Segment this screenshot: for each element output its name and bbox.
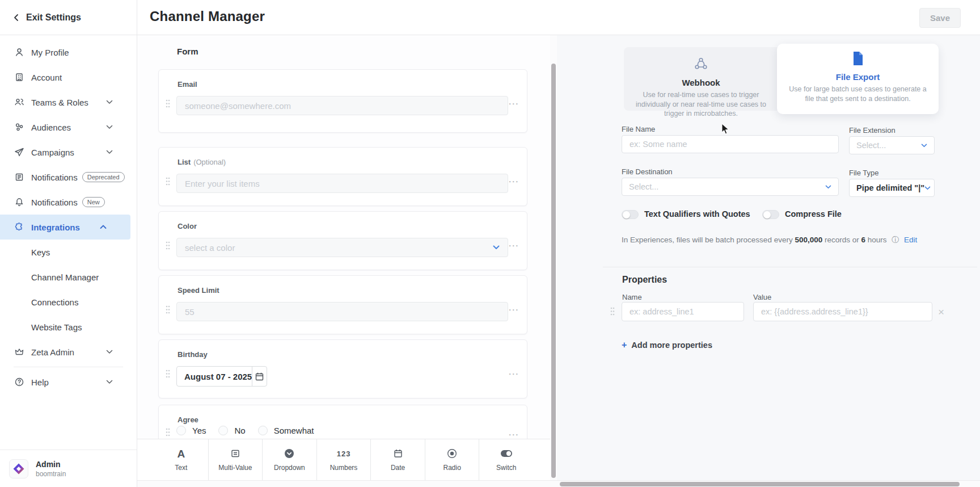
form-builder-column: Form Email ⋯ List(Optional) ⋯ bbox=[137, 35, 550, 480]
sidebar-item-notifications-deprecated[interactable]: Notifications Deprecated bbox=[0, 165, 137, 190]
compress-file-toggle[interactable] bbox=[762, 210, 779, 219]
field-options-button[interactable]: ⋯ bbox=[508, 240, 520, 251]
calendar-icon bbox=[255, 372, 264, 381]
property-name-label: Name bbox=[622, 293, 642, 301]
crown-icon bbox=[14, 347, 24, 358]
field-options-button[interactable]: ⋯ bbox=[508, 368, 520, 379]
color-select[interactable]: select a color bbox=[176, 238, 508, 257]
sidebar-divider bbox=[14, 367, 123, 367]
radio-option-no[interactable]: No bbox=[218, 426, 245, 435]
channel-type-file-export[interactable]: File Export Use for large batch use case… bbox=[777, 44, 939, 114]
save-button[interactable]: Save bbox=[919, 8, 961, 28]
panel-divider bbox=[603, 267, 977, 267]
field-label: List bbox=[178, 158, 191, 166]
optional-tag: (Optional) bbox=[193, 158, 226, 166]
radio-icon bbox=[447, 448, 457, 459]
audience-icon bbox=[14, 122, 24, 133]
file-destination-select[interactable]: Select... bbox=[622, 178, 839, 196]
sidebar-item-help[interactable]: Help bbox=[0, 370, 137, 394]
radio-icon bbox=[218, 426, 228, 435]
batch-process-note: In Experiences, files will be batch proc… bbox=[622, 235, 917, 245]
newspaper-icon bbox=[14, 172, 24, 183]
sidebar-subitem-channel-manager[interactable]: Channel Manager bbox=[0, 265, 137, 289]
toolbar-item-numbers[interactable]: 123 Numbers bbox=[316, 439, 371, 480]
export-config-panel: Webhook Use for real-time use cases to t… bbox=[557, 35, 980, 480]
field-options-button[interactable]: ⋯ bbox=[508, 98, 520, 109]
chevron-down-icon bbox=[493, 245, 500, 250]
sidebar-item-audiences[interactable]: Audiences bbox=[0, 115, 137, 140]
sidebar-item-zeta-admin[interactable]: Zeta Admin bbox=[0, 339, 137, 364]
form-field-card-speed-limit: Speed Limit ⋯ bbox=[158, 275, 527, 334]
property-name-input[interactable] bbox=[622, 302, 744, 321]
file-name-input[interactable] bbox=[622, 135, 839, 153]
sidebar-item-campaigns[interactable]: Campaigns bbox=[0, 140, 137, 165]
user-org: boomtrain bbox=[36, 470, 66, 478]
webhook-title: Webhook bbox=[682, 78, 720, 87]
radio-option-somewhat[interactable]: Somewhat bbox=[258, 426, 314, 435]
toolbar-item-text[interactable]: A Text bbox=[154, 439, 208, 480]
calendar-button[interactable] bbox=[252, 367, 267, 386]
horizontal-scrollbar-thumb[interactable] bbox=[560, 482, 960, 486]
drag-handle-icon[interactable] bbox=[166, 370, 170, 380]
text-qualifiers-toggle[interactable] bbox=[622, 210, 639, 219]
property-value-input[interactable] bbox=[753, 302, 932, 321]
toolbar-item-radio[interactable]: Radio bbox=[425, 439, 479, 480]
sidebar-subitem-keys[interactable]: Keys bbox=[0, 240, 137, 265]
drag-handle-icon[interactable] bbox=[610, 307, 615, 318]
file-extension-select[interactable]: Select... bbox=[849, 136, 935, 154]
puzzle-icon bbox=[14, 222, 24, 233]
field-label: Email bbox=[178, 80, 197, 89]
user-name: Admin bbox=[36, 460, 66, 469]
sidebar-subitem-connections[interactable]: Connections bbox=[0, 289, 137, 314]
speed-limit-input[interactable] bbox=[176, 302, 508, 321]
drag-handle-icon[interactable] bbox=[166, 305, 170, 316]
chevron-left-icon bbox=[12, 14, 20, 22]
toolbar-item-dropdown[interactable]: Dropdown bbox=[262, 439, 316, 480]
toolbar-item-date[interactable]: Date bbox=[370, 439, 425, 480]
properties-title: Properties bbox=[622, 275, 667, 285]
field-options-button[interactable]: ⋯ bbox=[508, 429, 520, 439]
drag-handle-icon[interactable] bbox=[166, 428, 170, 439]
radio-icon bbox=[258, 426, 268, 435]
chevron-down-icon bbox=[921, 144, 927, 148]
list-input[interactable] bbox=[176, 174, 508, 193]
channel-type-webhook[interactable]: Webhook Use for real-time use cases to t… bbox=[624, 47, 778, 111]
drag-handle-icon[interactable] bbox=[166, 99, 170, 110]
remove-property-button[interactable]: × bbox=[938, 306, 944, 318]
compress-file-label: Compress File bbox=[785, 209, 842, 219]
birthday-date-input[interactable]: August 07 - 2025 bbox=[176, 366, 267, 387]
info-icon: ⓘ bbox=[892, 236, 899, 244]
chevron-up-icon bbox=[100, 225, 107, 229]
building-icon bbox=[14, 72, 24, 83]
file-type-select[interactable]: Pipe delimited "|" bbox=[849, 179, 935, 197]
file-name-label: File Name bbox=[622, 125, 655, 133]
toolbar-item-switch[interactable]: Switch bbox=[479, 439, 533, 480]
sidebar-item-integrations[interactable]: Integrations bbox=[0, 215, 130, 240]
email-input[interactable] bbox=[176, 96, 508, 115]
sidebar-item-account[interactable]: Account bbox=[0, 65, 137, 90]
text-qualifiers-label: Text Qualifiers with Quotes bbox=[644, 209, 750, 219]
file-extension-label: File Extension bbox=[849, 126, 895, 135]
form-field-card-color: Color select a color ⋯ bbox=[158, 211, 527, 270]
vertical-scrollbar-thumb[interactable] bbox=[551, 64, 556, 478]
sidebar-subitem-website-tags[interactable]: Website Tags bbox=[0, 314, 137, 339]
add-more-properties-button[interactable]: +Add more properties bbox=[622, 340, 712, 350]
edit-batch-link[interactable]: Edit bbox=[904, 236, 917, 244]
drag-handle-icon[interactable] bbox=[166, 177, 170, 188]
field-options-button[interactable]: ⋯ bbox=[508, 304, 520, 315]
radio-option-yes[interactable]: Yes bbox=[176, 426, 206, 435]
file-destination-label: File Destination bbox=[622, 167, 673, 176]
sidebar-item-my-profile[interactable]: My Profile bbox=[0, 40, 137, 65]
agree-radio-group: Yes No Somewhat bbox=[176, 426, 314, 435]
exit-settings-button[interactable]: Exit Settings bbox=[0, 0, 137, 35]
account-switcher[interactable]: Admin boomtrain bbox=[0, 450, 137, 487]
radio-icon bbox=[176, 426, 186, 435]
toolbar-item-multi-value[interactable]: Multi-Value bbox=[208, 439, 263, 480]
file-export-title: File Export bbox=[836, 72, 880, 82]
field-options-button[interactable]: ⋯ bbox=[508, 176, 520, 187]
sidebar-item-notifications-new[interactable]: Notifications New bbox=[0, 190, 137, 215]
drag-handle-icon[interactable] bbox=[166, 241, 170, 252]
sidebar-item-teams-roles[interactable]: Teams & Roles bbox=[0, 90, 137, 115]
field-label: Agree bbox=[178, 415, 198, 424]
content: Form Email ⋯ List(Optional) ⋯ bbox=[137, 35, 980, 480]
